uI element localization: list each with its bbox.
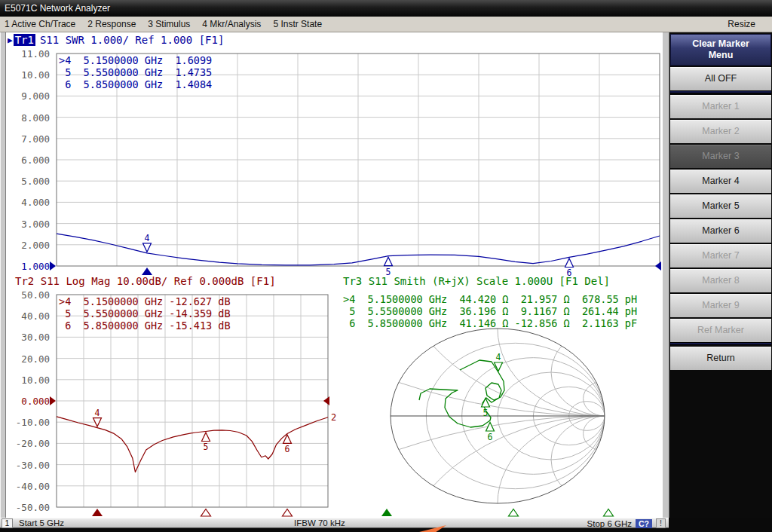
svg-text:5: 5 [483, 408, 489, 418]
menu-items: 1 Active Ch/Trace2 Response3 Stimulus4 M… [5, 19, 334, 29]
y-axis-label: 0.000 [6, 396, 50, 407]
y-axis-label: 50.00 [6, 289, 50, 301]
bottom-bar: 1 Start 5 GHz IFBW 70 kHz Stop 6 GHz C? … [0, 518, 772, 532]
tr1-ref-arrow-left [50, 261, 56, 271]
trace-marker-4[interactable]: 4 [143, 233, 152, 252]
marker-row: >4 5.1500000 GHz 44.420 Ω 21.957 Ω 678.5… [343, 293, 637, 305]
y-axis-label: 20.00 [6, 353, 50, 365]
title-bar: E5071C Network Analyzer [0, 0, 772, 17]
trace-marker-4[interactable]: 4 [93, 408, 102, 427]
menu-bar: 1 Active Ch/Trace2 Response3 Stimulus4 M… [0, 17, 772, 32]
softkey-buttons: All OFFMarker 1Marker 2Marker 3Marker 4M… [669, 66, 772, 370]
channel-indicator: 1 [2, 518, 13, 528]
y-axis-label: -30.00 [6, 460, 50, 471]
warning-indicator: ! [656, 518, 666, 528]
svg-text:6: 6 [285, 444, 290, 454]
svg-text:5: 5 [204, 442, 209, 452]
softkey-marker-4[interactable]: Marker 4 [670, 168, 771, 193]
tr1-marker-table: >4 5.1500000 GHz 1.6099 5 5.5500000 GHz … [59, 54, 212, 90]
menu-item-1-active-ch-trace[interactable]: 1 Active Ch/Trace [5, 19, 75, 29]
y-axis-label: 11.00 [6, 48, 50, 60]
svg-text:2: 2 [331, 412, 336, 423]
y-axis-label: 40.00 [6, 310, 50, 322]
svg-text:4: 4 [496, 352, 501, 362]
y-axis-label: 7.000 [6, 133, 50, 145]
marker-row: >4 5.1500000 GHz -12.627 dB [59, 295, 231, 307]
marker-row: 6 5.8500000 GHz 41.146 Ω -12.856 Ω 2.116… [343, 317, 637, 329]
softkey-all-off[interactable]: All OFF [670, 66, 771, 90]
softkey-marker-3[interactable]: Marker 3 [670, 143, 771, 168]
y-axis-label: 5.000 [6, 176, 50, 187]
menu-item-4-mkr-analysis[interactable]: 4 Mkr/Analysis [202, 19, 261, 29]
tr1-name-badge[interactable]: Tr1 [14, 34, 35, 46]
stop-frequency-readout: Stop 6 GHz [587, 519, 632, 528]
y-axis-label: -40.00 [6, 481, 50, 492]
stimulus-marker [604, 509, 614, 517]
softkey-ref-marker[interactable]: Ref Marker [670, 317, 771, 342]
marker-row: 5 5.5500000 GHz 1.4735 [59, 66, 212, 78]
y-axis-label: 3.000 [6, 219, 50, 230]
ifbw-readout: IFBW 70 kHz [294, 518, 345, 528]
main-area: 45614562456 ▶Tr1S11 SWR 1.000/ Ref 1.000… [0, 32, 772, 518]
softkey-marker-9[interactable]: Marker 9 [670, 292, 771, 317]
tr3-marker-table: >4 5.1500000 GHz 44.420 Ω 21.957 Ω 678.5… [343, 293, 637, 329]
softkey-marker-2[interactable]: Marker 2 [670, 118, 771, 143]
window-title: E5071C Network Analyzer [5, 3, 110, 14]
stimulus-marker [283, 509, 293, 517]
y-axis-label: -10.00 [6, 417, 50, 428]
menu-resize[interactable]: Resize [728, 19, 755, 29]
tr2-header: Tr2 S11 Log Mag 10.00dB/ Ref 0.000dB [F1… [15, 275, 276, 287]
softkey-marker-1[interactable]: Marker 1 [670, 93, 771, 118]
marker-row: 5 5.5500000 GHz 36.196 Ω 9.1167 Ω 261.44… [343, 305, 637, 317]
correction-status-badge: C? [636, 519, 652, 528]
y-axis-label: 2.000 [6, 240, 50, 251]
instrument-display: 45614562456 ▶Tr1S11 SWR 1.000/ Ref 1.000… [6, 32, 662, 518]
y-axis-label: 1.000 [6, 261, 50, 272]
stimulus-marker-active [142, 268, 152, 275]
svg-text:6: 6 [488, 432, 493, 442]
marker-row: 5 5.5500000 GHz -14.359 dB [59, 307, 231, 320]
softkey-marker-5[interactable]: Marker 5 [670, 193, 771, 218]
y-axis-label: 8.000 [6, 112, 50, 124]
stimulus-marker [201, 509, 211, 517]
softkey-sidebar: Clear Marker Menu All OFFMarker 1Marker … [669, 32, 772, 518]
trace-marker-5[interactable]: 5 [482, 399, 490, 419]
softkey-marker-6[interactable]: Marker 6 [670, 218, 771, 243]
tr1-ref-arrow-right [655, 261, 661, 271]
y-axis-label: 9.000 [6, 90, 50, 102]
softkey-menu-title-line2: Menu [671, 50, 770, 61]
trace-marker-6[interactable]: 6 [283, 435, 292, 455]
menu-item-2-response[interactable]: 2 Response [87, 19, 136, 29]
trace-marker-5[interactable]: 5 [202, 433, 210, 453]
right-splitter[interactable] [662, 32, 669, 518]
tr2-ref-arrow-left [50, 396, 56, 405]
svg-text:4: 4 [145, 233, 150, 243]
softkey-return[interactable]: Return [670, 345, 771, 370]
y-axis-label: -20.00 [6, 438, 50, 449]
svg-text:4: 4 [95, 408, 100, 418]
marker-row: 6 5.8500000 GHz 1.4084 [59, 78, 212, 90]
stimulus-marker-active [92, 509, 103, 516]
y-axis-label: 30.00 [6, 332, 50, 343]
status-bar: 1 Start 5 GHz IFBW 70 kHz Stop 6 GHz C? … [0, 518, 669, 528]
stimulus-marker-active [381, 509, 392, 516]
y-axis-label: 10.00 [6, 375, 50, 386]
tr1-format-readout: S11 SWR 1.000/ Ref 1.000 [F1] [40, 34, 224, 46]
menu-item-5-instr-state[interactable]: 5 Instr State [273, 19, 322, 29]
left-splitter[interactable] [0, 32, 6, 518]
marker-row: 6 5.8500000 GHz -15.413 dB [59, 320, 231, 332]
y-axis-label: 6.000 [6, 154, 50, 166]
tr3-header: Tr3 S11 Smith (R+jX) Scale 1.000U [F1 De… [343, 275, 610, 287]
tr2-ref-arrow-right [323, 396, 329, 405]
tr2-marker-table: >4 5.1500000 GHz -12.627 dB 5 5.5500000 … [59, 295, 231, 332]
softkey-marker-8[interactable]: Marker 8 [670, 268, 771, 292]
trace-marker-5[interactable]: 5 [384, 257, 393, 277]
marker-row: >4 5.1500000 GHz 1.6099 [59, 54, 212, 66]
y-axis-label: 10.00 [6, 69, 50, 81]
softkey-marker-7[interactable]: Marker 7 [670, 243, 771, 268]
tr1-header: ▶Tr1S11 SWR 1.000/ Ref 1.000 [F1] [8, 34, 224, 46]
y-axis-label: -50.00 [6, 502, 50, 513]
softkey-menu-title: Clear Marker Menu [670, 34, 771, 66]
menu-item-3-stimulus[interactable]: 3 Stimulus [148, 19, 190, 29]
active-trace-arrow-icon: ▶ [8, 35, 13, 45]
